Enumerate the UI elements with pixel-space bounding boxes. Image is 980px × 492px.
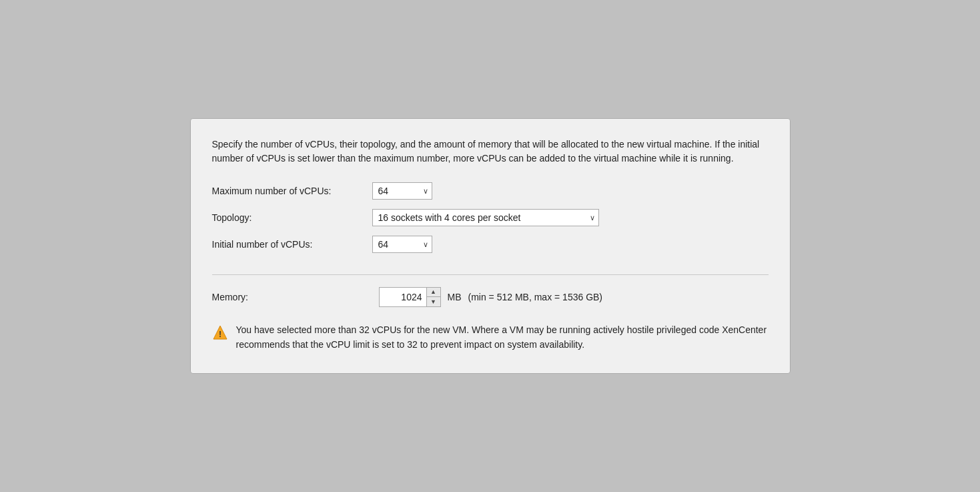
initial-vcpus-select-wrapper: 64 — [372, 236, 432, 253]
memory-input[interactable] — [380, 289, 426, 305]
memory-spinner: ▲ ▼ — [379, 287, 441, 307]
memory-unit: MB — [448, 292, 462, 302]
initial-vcpus-label: Initial number of vCPUs: — [212, 239, 372, 250]
memory-label: Memory: — [212, 292, 372, 302]
initial-vcpus-select[interactable]: 64 — [372, 236, 432, 253]
memory-row: Memory: ▲ ▼ MB (min = 512 MB, max = 1536… — [212, 287, 769, 307]
memory-hint: (min = 512 MB, max = 1536 GB) — [468, 292, 603, 302]
memory-spin-down-button[interactable]: ▼ — [427, 297, 440, 306]
svg-text:!: ! — [219, 330, 221, 339]
max-vcpus-row: Maximum number of vCPUs: 64 — [212, 182, 769, 200]
memory-spin-up-button[interactable]: ▲ — [427, 288, 440, 297]
max-vcpus-label: Maximum number of vCPUs: — [212, 186, 372, 196]
max-vcpus-control: 64 — [372, 182, 432, 200]
memory-spinner-buttons: ▲ ▼ — [426, 288, 440, 306]
vcpu-memory-panel: Specify the number of vCPUs, their topol… — [190, 118, 791, 375]
initial-vcpus-control: 64 — [372, 236, 432, 253]
topology-label: Topology: — [212, 212, 372, 223]
warning-box: ! You have selected more than 32 vCPUs f… — [212, 323, 769, 352]
max-vcpus-select-wrapper: 64 — [372, 182, 432, 200]
topology-control: 16 sockets with 4 cores per socket 8 soc… — [372, 209, 599, 226]
topology-select[interactable]: 16 sockets with 4 cores per socket 8 soc… — [372, 209, 599, 226]
topology-row: Topology: 16 sockets with 4 cores per so… — [212, 209, 769, 226]
max-vcpus-select[interactable]: 64 — [372, 182, 432, 200]
warning-icon: ! — [212, 324, 228, 340]
topology-select-wrapper: 16 sockets with 4 cores per socket 8 soc… — [372, 209, 599, 226]
divider — [212, 274, 769, 275]
form-rows: Maximum number of vCPUs: 64 Topology: 16… — [212, 182, 769, 262]
initial-vcpus-row: Initial number of vCPUs: 64 — [212, 236, 769, 253]
warning-text: You have selected more than 32 vCPUs for… — [236, 323, 769, 352]
description-text: Specify the number of vCPUs, their topol… — [212, 138, 769, 166]
